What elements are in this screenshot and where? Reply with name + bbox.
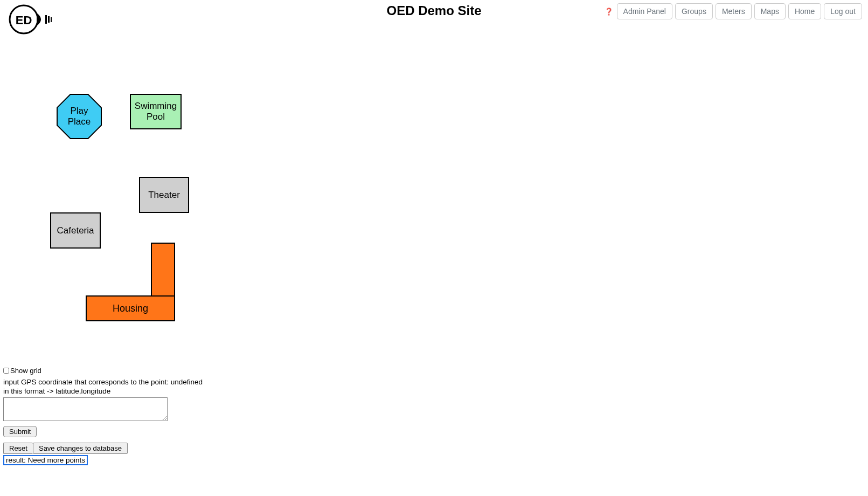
building-cafeteria: Cafeteria: [50, 212, 101, 249]
svg-rect-2: [45, 15, 47, 24]
instruction-line-1: input GPS coordinate that corresponds to…: [3, 378, 868, 386]
building-theater-label: Theater: [148, 190, 180, 201]
home-button[interactable]: Home: [788, 3, 821, 19]
submit-button[interactable]: Submit: [3, 426, 37, 437]
reset-button[interactable]: Reset: [3, 443, 33, 454]
svg-text:ED: ED: [16, 13, 32, 27]
gps-coordinate-input[interactable]: [3, 397, 168, 421]
building-housing-horizontal: Housing: [86, 295, 175, 321]
show-grid-label: Show grid: [10, 367, 41, 375]
instruction-line-2: in this format -> latitude,longitude: [3, 387, 868, 395]
meters-button[interactable]: Meters: [716, 3, 752, 19]
result-status: result: Need more points: [3, 455, 88, 465]
header: ED OED Demo Site ❓ Admin Panel Groups Me…: [0, 0, 868, 37]
controls-panel: Show grid input GPS coordinate that corr…: [3, 367, 868, 465]
svg-rect-4: [51, 17, 52, 22]
building-swimming-pool-label: Swimming Pool: [135, 101, 177, 122]
map-canvas[interactable]: Play Place Swimming Pool Theater Cafeter…: [2, 58, 245, 360]
nav-bar: ❓ Admin Panel Groups Meters Maps Home Lo…: [605, 3, 862, 19]
logo: ED: [9, 4, 53, 35]
building-cafeteria-label: Cafeteria: [57, 225, 94, 236]
maps-button[interactable]: Maps: [754, 3, 786, 19]
help-icon[interactable]: ❓: [605, 8, 613, 16]
building-housing-label: Housing: [113, 303, 148, 314]
logout-button[interactable]: Log out: [824, 3, 862, 19]
show-grid-checkbox[interactable]: [3, 368, 9, 374]
building-play-place-label: Play Place: [58, 95, 101, 138]
building-housing-vertical: [151, 243, 175, 297]
svg-rect-3: [48, 16, 50, 23]
admin-panel-button[interactable]: Admin Panel: [617, 3, 672, 19]
building-theater: Theater: [139, 177, 189, 213]
oed-logo-icon: ED: [9, 4, 53, 35]
save-changes-button[interactable]: Save changes to database: [33, 443, 128, 454]
groups-button[interactable]: Groups: [675, 3, 713, 19]
building-play-place: Play Place: [57, 94, 102, 139]
page-title: OED Demo Site: [386, 3, 481, 18]
building-swimming-pool: Swimming Pool: [130, 94, 182, 129]
